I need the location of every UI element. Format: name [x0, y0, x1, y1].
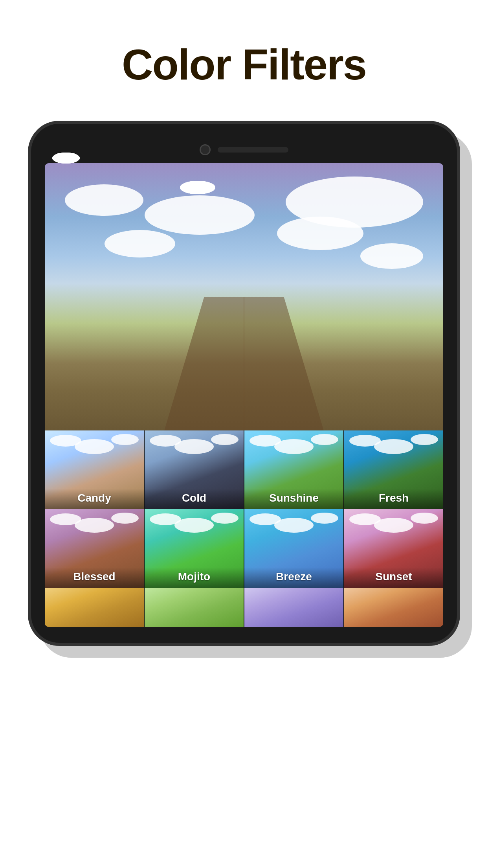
page-title: Color Filters — [0, 0, 488, 121]
filter-grid-row1: Candy Cold — [45, 430, 443, 509]
filter-row3-3[interactable] — [244, 588, 343, 627]
filter-candy[interactable]: Candy — [45, 430, 144, 509]
filter-row3-1[interactable] — [45, 588, 144, 627]
filter-sunshine[interactable]: Sunshine — [244, 430, 343, 509]
filter-breeze-label: Breeze — [244, 567, 343, 588]
phone-mockup: Candy Cold — [28, 121, 460, 646]
filter-fresh[interactable]: Fresh — [344, 430, 443, 509]
filter-fresh-label: Fresh — [344, 489, 443, 509]
phone-screen: Candy Cold — [45, 163, 443, 627]
filter-sunset-label: Sunset — [344, 567, 443, 588]
filter-blessed-label: Blessed — [45, 567, 144, 588]
filter-sunset[interactable]: Sunset — [344, 509, 443, 588]
filter-breeze[interactable]: Breeze — [244, 509, 343, 588]
filter-cold[interactable]: Cold — [145, 430, 244, 509]
filter-mojito-label: Mojito — [145, 567, 244, 588]
filter-grid-row2: Blessed Mojito — [45, 509, 443, 588]
filter-cold-label: Cold — [145, 489, 244, 509]
filter-blessed[interactable]: Blessed — [45, 509, 144, 588]
filter-mojito[interactable]: Mojito — [145, 509, 244, 588]
phone-body: Candy Cold — [28, 121, 460, 646]
filter-candy-label: Candy — [45, 489, 144, 509]
filter-row3-2[interactable] — [145, 588, 244, 627]
filter-sunshine-label: Sunshine — [244, 489, 343, 509]
filter-grid-row3-partial — [45, 588, 443, 627]
filter-row3-4[interactable] — [344, 588, 443, 627]
